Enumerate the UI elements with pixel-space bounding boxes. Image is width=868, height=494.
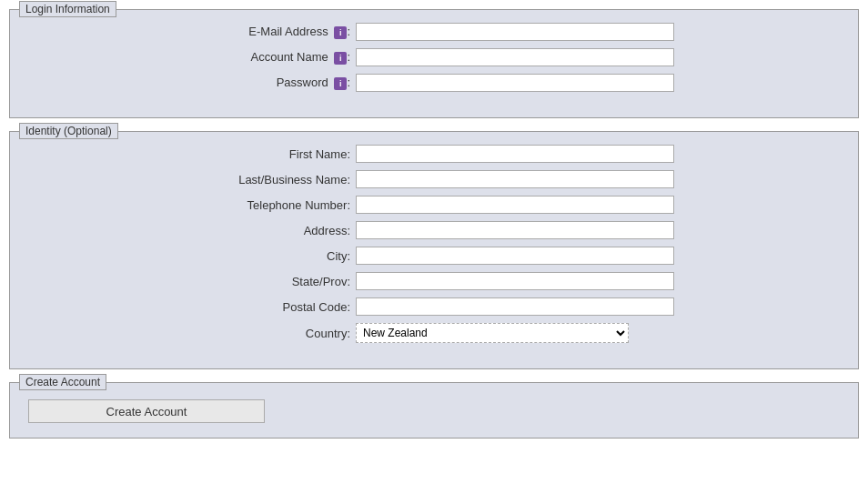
login-section-legend: Login Information <box>19 1 116 17</box>
postal-row: Postal Code: <box>28 297 840 316</box>
first-name-label: First Name: <box>28 147 356 161</box>
state-label: State/Prov: <box>28 275 356 288</box>
postal-label: Postal Code: <box>28 300 356 314</box>
password-row: Password i: <box>28 74 840 92</box>
create-account-section: Create Account Create Account <box>9 382 859 439</box>
state-input[interactable] <box>356 272 674 290</box>
email-input[interactable] <box>356 23 674 41</box>
email-label: E-Mail Address i: <box>28 25 356 39</box>
create-account-legend: Create Account <box>19 374 106 390</box>
password-info-icon[interactable]: i <box>334 77 347 90</box>
identity-section-legend: Identity (Optional) <box>19 123 118 139</box>
city-row: City: <box>28 247 840 265</box>
email-info-icon[interactable]: i <box>334 26 347 39</box>
last-name-input[interactable] <box>356 170 674 188</box>
last-name-row: Last/Business Name: <box>28 170 840 188</box>
city-label: City: <box>28 249 356 263</box>
telephone-input[interactable] <box>356 196 674 214</box>
city-input[interactable] <box>356 247 674 265</box>
address-label: Address: <box>28 224 356 237</box>
account-name-label: Account Name i: <box>28 50 356 65</box>
postal-input[interactable] <box>356 297 674 316</box>
account-name-info-icon[interactable]: i <box>334 52 347 65</box>
country-select[interactable]: New Zealand Australia United States Unit… <box>356 323 629 343</box>
address-input[interactable] <box>356 221 674 239</box>
account-name-input[interactable] <box>356 48 674 66</box>
first-name-row: First Name: <box>28 145 840 163</box>
last-name-label: Last/Business Name: <box>28 173 356 187</box>
country-row: Country: New Zealand Australia United St… <box>28 323 840 343</box>
password-label: Password i: <box>28 76 356 90</box>
telephone-label: Telephone Number: <box>28 198 356 212</box>
country-label: Country: <box>28 327 356 340</box>
state-row: State/Prov: <box>28 272 840 290</box>
address-row: Address: <box>28 221 840 239</box>
identity-section: Identity (Optional) First Name: Last/Bus… <box>9 131 859 369</box>
login-information-section: Login Information E-Mail Address i: Acco… <box>9 9 859 118</box>
password-input[interactable] <box>356 74 674 92</box>
create-account-button[interactable]: Create Account <box>28 399 265 423</box>
email-row: E-Mail Address i: <box>28 23 840 41</box>
telephone-row: Telephone Number: <box>28 196 840 214</box>
account-name-row: Account Name i: <box>28 48 840 66</box>
first-name-input[interactable] <box>356 145 674 163</box>
